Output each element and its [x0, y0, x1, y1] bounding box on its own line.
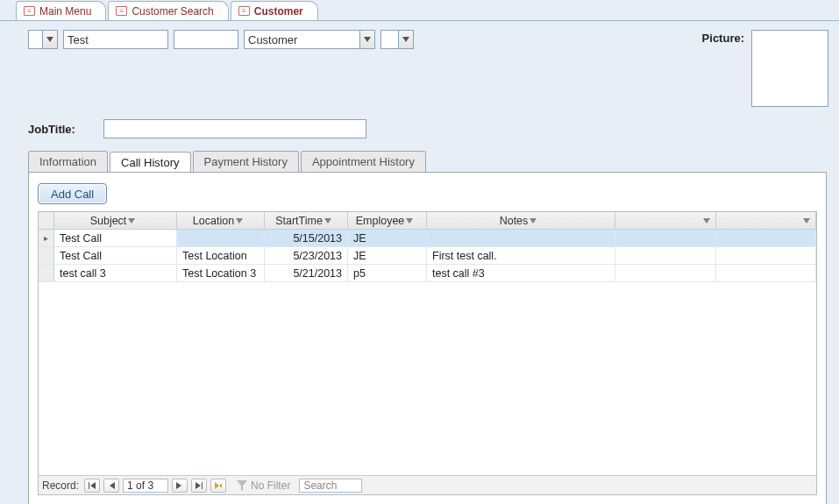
col-location[interactable]: Location: [177, 212, 265, 229]
chevron-down-icon[interactable]: [234, 218, 245, 224]
cell-notes[interactable]: test call #3: [427, 265, 615, 281]
nav-prev-button[interactable]: [103, 479, 119, 493]
customer-form: Test Customer Picture: JobTitle:: [0, 20, 839, 504]
chevron-down-icon[interactable]: [323, 218, 333, 224]
chevron-down-icon[interactable]: [398, 31, 413, 48]
picture-label: Picture:: [702, 30, 744, 45]
form-icon: ≡: [24, 6, 35, 16]
cell-blank[interactable]: [716, 230, 817, 246]
calls-grid: Subject Location StartTime Employee: [38, 211, 817, 495]
tab-customer-search-label: Customer Search: [132, 5, 213, 18]
cell-location[interactable]: [177, 230, 265, 246]
cell-employee[interactable]: JE: [348, 230, 427, 246]
jobtitle-row: JobTitle:: [4, 119, 835, 138]
col-notes-label: Notes: [500, 215, 529, 227]
grid-body: ▸ Test Call 5/15/2013 JE Test Call Test …: [39, 230, 816, 475]
tab-appointment-history[interactable]: Appointment History: [301, 151, 426, 172]
call-history-panel: Add Call Subject Location StartTime: [28, 172, 827, 504]
col-blank[interactable]: [716, 212, 817, 229]
jobtitle-label: JobTitle:: [28, 123, 98, 136]
detail-tabs: Information Call History Payment History…: [28, 151, 827, 172]
tab-customer[interactable]: ≡ Customer: [231, 1, 318, 20]
select-all-cell[interactable]: [39, 212, 54, 229]
document-tabs: ≡ Main Menu ≡ Customer Search ≡ Customer: [0, 0, 839, 20]
nav-new-button[interactable]: [210, 479, 226, 493]
col-starttime-label: StartTime: [275, 215, 323, 227]
col-location-label: Location: [193, 215, 234, 227]
col-subject-label: Subject: [90, 215, 127, 227]
cell-blank[interactable]: [615, 230, 716, 246]
chevron-down-icon[interactable]: [701, 218, 712, 224]
tab-payment-history[interactable]: Payment History: [193, 151, 299, 172]
cell-location[interactable]: Test Location: [177, 247, 265, 264]
picture-box[interactable]: [751, 30, 828, 107]
cell-subject[interactable]: Test Call: [54, 247, 177, 264]
search-placeholder: Search: [303, 479, 337, 492]
name-row: Test Customer Picture:: [4, 30, 835, 114]
chevron-down-icon[interactable]: [359, 31, 374, 48]
record-navigator: Record: 1 of 3 No Filter Search: [39, 475, 816, 494]
nav-first-button[interactable]: [84, 479, 100, 493]
chevron-down-icon[interactable]: [42, 31, 57, 48]
col-starttime[interactable]: StartTime: [265, 212, 348, 229]
grid-header: Subject Location StartTime Employee: [39, 212, 816, 230]
cell-blank[interactable]: [716, 265, 817, 281]
nav-last-button[interactable]: [191, 479, 207, 493]
table-row[interactable]: test call 3 Test Location 3 5/21/2013 p5…: [39, 265, 816, 282]
add-call-label: Add Call: [51, 188, 94, 201]
record-position[interactable]: 1 of 3: [123, 479, 168, 493]
tab-information[interactable]: Information: [28, 151, 108, 172]
last-name-combo[interactable]: Customer: [244, 30, 375, 49]
col-blank[interactable]: [615, 212, 716, 229]
tab-call-history[interactable]: Call History: [110, 152, 190, 173]
cell-starttime[interactable]: 5/21/2013: [265, 265, 348, 281]
cell-blank[interactable]: [615, 265, 716, 281]
prefix-combo[interactable]: [28, 30, 58, 49]
cell-subject[interactable]: test call 3: [54, 265, 177, 281]
tab-information-label: Information: [39, 155, 96, 168]
no-filter-label: No Filter: [251, 479, 290, 492]
col-subject[interactable]: Subject: [54, 212, 177, 229]
cell-subject[interactable]: Test Call: [54, 230, 177, 246]
tab-customer-search[interactable]: ≡ Customer Search: [108, 1, 228, 20]
first-name-value: Test: [68, 33, 89, 46]
cell-employee[interactable]: p5: [348, 265, 427, 281]
chevron-down-icon[interactable]: [801, 218, 812, 224]
cell-location[interactable]: Test Location 3: [177, 265, 265, 281]
funnel-icon: [237, 480, 247, 491]
last-name-value: Customer: [248, 33, 297, 46]
table-row[interactable]: ▸ Test Call 5/15/2013 JE: [39, 230, 816, 247]
col-notes[interactable]: Notes: [427, 212, 615, 229]
table-row[interactable]: Test Call Test Location 5/23/2013 JE Fir…: [39, 247, 816, 265]
suffix-combo[interactable]: [380, 30, 414, 49]
record-label: Record:: [42, 479, 79, 492]
chevron-down-icon[interactable]: [126, 218, 137, 224]
jobtitle-field[interactable]: [103, 119, 366, 138]
tab-customer-label: Customer: [254, 5, 303, 18]
no-filter-indicator[interactable]: No Filter: [237, 479, 290, 492]
first-name-field[interactable]: Test: [63, 30, 168, 49]
col-employee[interactable]: Employee: [348, 212, 427, 229]
cell-notes[interactable]: [427, 230, 615, 246]
tab-main-menu[interactable]: ≡ Main Menu: [16, 1, 106, 20]
cell-notes[interactable]: First test call.: [427, 247, 615, 264]
middle-name-field[interactable]: [174, 30, 238, 49]
cell-employee[interactable]: JE: [348, 247, 427, 264]
cell-starttime[interactable]: 5/15/2013: [265, 230, 348, 246]
cell-starttime[interactable]: 5/23/2013: [265, 247, 348, 264]
cell-blank[interactable]: [716, 247, 817, 264]
tab-main-menu-label: Main Menu: [39, 5, 91, 18]
add-call-button[interactable]: Add Call: [38, 183, 107, 204]
search-input[interactable]: Search: [299, 479, 362, 493]
row-selector[interactable]: ▸: [39, 230, 54, 246]
cell-blank[interactable]: [615, 247, 716, 264]
tab-appointment-history-label: Appointment History: [312, 155, 415, 168]
tab-call-history-label: Call History: [121, 156, 179, 169]
chevron-down-icon[interactable]: [404, 218, 415, 224]
row-selector[interactable]: [39, 265, 54, 281]
form-icon: ≡: [238, 6, 250, 16]
form-icon: ≡: [116, 6, 127, 16]
nav-next-button[interactable]: [172, 479, 188, 493]
row-selector[interactable]: [39, 247, 54, 264]
chevron-down-icon[interactable]: [528, 218, 538, 224]
